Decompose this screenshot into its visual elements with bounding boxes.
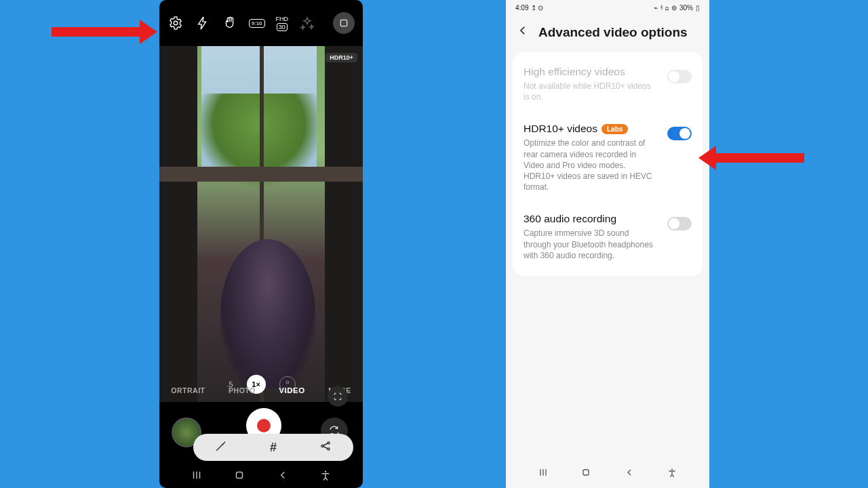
labs-badge: Labs xyxy=(601,124,628,134)
toggle-hdr10-plus[interactable] xyxy=(667,127,692,140)
gear-icon[interactable] xyxy=(167,15,184,31)
toggle-high-efficiency xyxy=(667,70,692,83)
flash-icon[interactable] xyxy=(195,15,211,31)
svg-point-4 xyxy=(328,448,330,450)
back-icon[interactable] xyxy=(517,24,529,40)
layout-toggle-button[interactable] xyxy=(333,12,355,34)
focus-enhance-button[interactable] xyxy=(328,386,348,407)
share-overlay: # xyxy=(193,434,353,461)
row-360-audio[interactable]: 360 audio recording Capture immersive 3D… xyxy=(513,203,703,272)
recents-button[interactable] xyxy=(538,467,549,481)
wifi-icon: ⩍ xyxy=(665,4,669,12)
status-bar: 4:09 ↥ ⊙ ⌁ ⫲ ⩍ ⊚ 30% ▯ xyxy=(506,0,709,15)
row-desc: Optimize the color and contrast of rear … xyxy=(524,138,658,192)
svg-point-6 xyxy=(325,471,326,472)
svg-rect-7 xyxy=(583,470,589,475)
hashtag-button[interactable]: # xyxy=(270,441,277,455)
effects-icon xyxy=(299,15,315,31)
back-button[interactable] xyxy=(624,467,635,481)
camera-top-toolbar: 9:16 FHD 30 xyxy=(159,0,363,46)
svg-point-2 xyxy=(321,445,323,447)
mode-photo[interactable]: PHOTO xyxy=(229,386,256,394)
home-button[interactable] xyxy=(580,467,591,481)
settings-title: Advanced video options xyxy=(538,25,688,40)
camera-viewfinder[interactable]: HDR10+ .5 1× xyxy=(159,46,363,402)
nfc-icon: ⊚ xyxy=(671,4,677,12)
status-upload-icon: ↥ xyxy=(531,4,536,12)
svg-point-0 xyxy=(174,21,178,25)
row-high-efficiency: High efficiency videos Not available whi… xyxy=(513,56,703,113)
row-title: 360 audio recording xyxy=(524,213,658,225)
resolution-quality-label: FHD xyxy=(276,16,289,22)
camera-phone: 9:16 FHD 30 HDR10+ .5 1× ORTRAIT PHO xyxy=(159,0,363,488)
accessibility-icon[interactable] xyxy=(667,467,677,481)
android-nav-bar xyxy=(506,464,709,484)
svg-rect-5 xyxy=(237,472,243,479)
row-title: HDR10+ videosLabs xyxy=(524,123,658,135)
row-desc: Capture immersive 3D sound through your … xyxy=(524,228,658,261)
bluetooth-icon: ⌁ xyxy=(654,4,658,12)
accessibility-icon[interactable] xyxy=(319,469,332,484)
aspect-ratio-button[interactable]: 9:16 xyxy=(249,19,265,28)
settings-list: High efficiency videos Not available whi… xyxy=(513,52,703,276)
home-button[interactable] xyxy=(233,469,245,484)
android-nav-bar xyxy=(159,465,363,488)
row-title: High efficiency videos xyxy=(524,66,658,78)
magic-wand-icon[interactable] xyxy=(215,440,227,455)
hdr-badge: HDR10+ xyxy=(326,53,357,62)
toggle-360-audio[interactable] xyxy=(667,217,692,230)
battery-percent: 30% xyxy=(679,4,693,12)
settings-header: Advanced video options xyxy=(506,15,709,48)
recents-button[interactable] xyxy=(191,469,203,484)
status-alarm-icon: ⊙ xyxy=(538,4,543,12)
svg-rect-1 xyxy=(340,20,347,26)
red-arrow-to-toggle xyxy=(698,148,804,168)
mode-portrait[interactable]: ORTRAIT xyxy=(171,386,205,394)
vibrate-icon: ⫲ xyxy=(660,3,663,12)
svg-point-3 xyxy=(328,442,330,444)
svg-point-8 xyxy=(671,468,673,470)
share-icon[interactable] xyxy=(319,440,332,455)
palm-icon[interactable] xyxy=(222,15,238,31)
settings-phone: 4:09 ↥ ⊙ ⌁ ⫲ ⩍ ⊚ 30% ▯ Advanced video op… xyxy=(506,0,709,488)
resolution-button[interactable]: FHD 30 xyxy=(276,16,289,31)
status-time: 4:09 xyxy=(515,4,528,12)
battery-icon: ▯ xyxy=(696,4,700,12)
red-arrow-to-settings xyxy=(52,22,157,42)
row-desc: Not available while HDR10+ videos is on. xyxy=(524,81,658,102)
back-button[interactable] xyxy=(277,469,289,484)
resolution-fps-label: 30 xyxy=(277,23,288,31)
mode-video[interactable]: VIDEO xyxy=(279,386,304,394)
row-hdr10-plus[interactable]: HDR10+ videosLabs Optimize the color and… xyxy=(513,113,703,203)
